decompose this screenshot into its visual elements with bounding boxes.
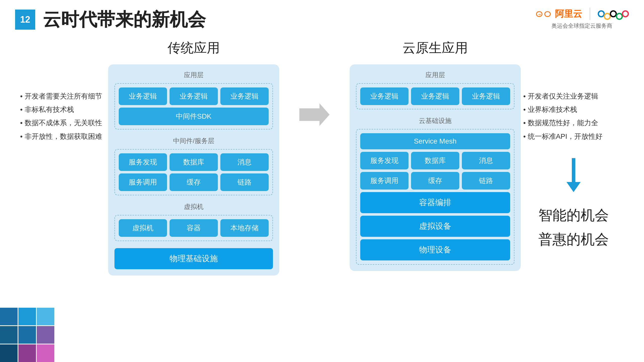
cloud-virtual-device: 虚拟设备 (360, 216, 510, 237)
page-title: 云时代带来的新机会 (43, 8, 206, 32)
cloud-app-layer-box: 业务逻辑 业务逻辑 业务逻辑 (356, 83, 514, 109)
right-panel: 开发者仅关注业务逻辑 业界标准技术栈 数据规范性好，能力全 统一标准API，开放… (523, 39, 624, 249)
traditional-title: 传统应用 (168, 39, 220, 57)
trad-link: 链路 (220, 173, 269, 191)
cloud-service-call: 服务调用 (360, 172, 409, 190)
svg-rect-3 (545, 12, 550, 16)
trad-middleware-sdk: 中间件SDK (119, 108, 269, 125)
trad-biz-logic-3: 业务逻辑 (220, 87, 269, 105)
traditional-diagram-box: 应用层 业务逻辑 业务逻辑 业务逻辑 中间件SDK 中间件/服务层 (108, 64, 279, 276)
left-bullet-3: 数据不成体系，无关联性 (20, 116, 106, 129)
trad-app-layer-box: 业务逻辑 业务逻辑 业务逻辑 中间件SDK (114, 83, 273, 129)
cloud-service-mesh: Service Mesh (360, 133, 510, 149)
cloud-service-mesh-row: Service Mesh (360, 133, 510, 149)
cloud-native-diagram-box: 应用层 业务逻辑 业务逻辑 业务逻辑 云基础设施 S (350, 64, 521, 271)
cloud-mid-row1: 服务发现 数据库 消息 (360, 152, 510, 169)
cloud-physical-device: 物理设备 (360, 239, 510, 260)
right-bullets: 开发者仅关注业务逻辑 业界标准技术栈 数据规范性好，能力全 统一标准API，开放… (523, 39, 624, 143)
left-bullets: 开发者需要关注所有细节 非标私有技术栈 数据不成体系，无关联性 非开放性，数据获… (20, 39, 106, 143)
trad-biz-logic-row: 业务逻辑 业务逻辑 业务逻辑 (119, 87, 269, 105)
opportunity-smart: 智能的机会 (523, 206, 624, 225)
logo-subtitle: 奥运会全球指定云服务商 (551, 22, 612, 30)
cloud-app-layer-label: 应用层 (356, 71, 514, 79)
trad-app-layer-label: 应用层 (114, 71, 273, 79)
cloud-physical-device-row: 物理设备 (360, 239, 510, 260)
svg-marker-5 (299, 103, 330, 126)
diagrams-row: 传统应用 应用层 业务逻辑 业务逻辑 业务逻辑 中间件SDK (106, 39, 523, 276)
right-arrow-icon (299, 102, 330, 127)
cloud-container-orchestration: 容器编排 (360, 192, 510, 213)
cloud-mid-row2: 服务调用 缓存 链路 (360, 172, 510, 190)
trad-mid-row2: 服务调用 缓存 链路 (119, 173, 269, 191)
traditional-app-section: 传统应用 应用层 业务逻辑 业务逻辑 业务逻辑 中间件SDK (108, 39, 279, 276)
cloud-native-section: 云原生应用 应用层 业务逻辑 业务逻辑 业务逻辑 云基础设施 (350, 39, 521, 271)
header: 12 云时代带来的新机会 -+ 阿里云 (0, 0, 644, 34)
svg-text:-+: -+ (538, 13, 541, 16)
arrow-container (294, 39, 335, 127)
left-bullet-4: 非开放性，数据获取困难 (20, 130, 106, 143)
cloud-biz-logic-2: 业务逻辑 (411, 87, 459, 105)
main-content: 开发者需要关注所有细节 非标私有技术栈 数据不成体系，无关联性 非开放性，数据获… (0, 34, 644, 356)
cloud-biz-logic-1: 业务逻辑 (360, 87, 409, 105)
trad-biz-logic-1: 业务逻辑 (119, 87, 167, 105)
trad-container: 容器 (170, 219, 218, 237)
trad-vm-layer-label: 虚拟机 (114, 202, 273, 211)
trad-vm-box: 虚拟机 容器 本地存储 (114, 215, 273, 241)
right-bullet-3: 数据规范性好，能力全 (523, 116, 624, 129)
bottom-left-decoration (0, 308, 73, 362)
trad-mid-row1: 服务发现 数据库 消息 (119, 153, 269, 171)
left-bullet-1: 开发者需要关注所有细节 (20, 89, 106, 103)
trad-message: 消息 (220, 153, 269, 171)
olympics-rings (598, 8, 629, 20)
cloud-database: 数据库 (411, 152, 459, 169)
cloud-cache: 缓存 (411, 172, 459, 190)
trad-service-discovery: 服务发现 (119, 153, 167, 171)
cloud-virtual-device-row: 虚拟设备 (360, 216, 510, 237)
aliyun-text: 阿里云 (555, 8, 582, 20)
aliyun-logo: -+ 阿里云 (535, 8, 582, 20)
trad-middleware-layer-label: 中间件/服务层 (114, 137, 273, 145)
slide-number: 12 (15, 10, 35, 30)
trad-middleware-sdk-row: 中间件SDK (119, 108, 269, 125)
right-bullet-4: 统一标准API，开放性好 (523, 130, 624, 143)
cloud-service-discovery: 服务发现 (360, 152, 409, 169)
trad-vm-row: 虚拟机 容器 本地存储 (119, 219, 269, 237)
right-bullet-2: 业界标准技术栈 (523, 103, 624, 116)
cloud-infra-box: Service Mesh 服务发现 数据库 消息 服务调用 缓存 链路 (356, 129, 514, 265)
right-bullet-1: 开发者仅关注业务逻辑 (523, 89, 624, 103)
cloud-infra-label: 云基础设施 (356, 116, 514, 125)
cloud-native-title: 云原生应用 (403, 39, 468, 57)
trad-database: 数据库 (170, 153, 218, 171)
cloud-message: 消息 (462, 152, 510, 169)
cloud-biz-logic-row: 业务逻辑 业务逻辑 业务逻辑 (360, 87, 510, 105)
opportunity-inclusive: 普惠的机会 (523, 230, 624, 249)
cloud-container-orch-row: 容器编排 (360, 192, 510, 213)
trad-local-storage: 本地存储 (220, 219, 269, 237)
left-bullet-2: 非标私有技术栈 (20, 103, 106, 116)
trad-vm: 虚拟机 (119, 219, 167, 237)
cloud-link: 链路 (462, 172, 510, 190)
trad-physical-infra: 物理基础设施 (114, 248, 273, 269)
trad-middleware-box: 服务发现 数据库 消息 服务调用 缓存 链路 (114, 149, 273, 195)
diagrams-area: 传统应用 应用层 业务逻辑 业务逻辑 业务逻辑 中间件SDK (106, 39, 523, 276)
aliyun-icon: -+ (535, 8, 552, 20)
cloud-biz-logic-3: 业务逻辑 (462, 87, 510, 105)
trad-service-call: 服务调用 (119, 173, 167, 191)
trad-cache: 缓存 (170, 173, 218, 191)
logo-area: -+ 阿里云 奥运会全球指定云服务商 (535, 8, 629, 30)
trad-biz-logic-2: 业务逻辑 (170, 87, 218, 105)
